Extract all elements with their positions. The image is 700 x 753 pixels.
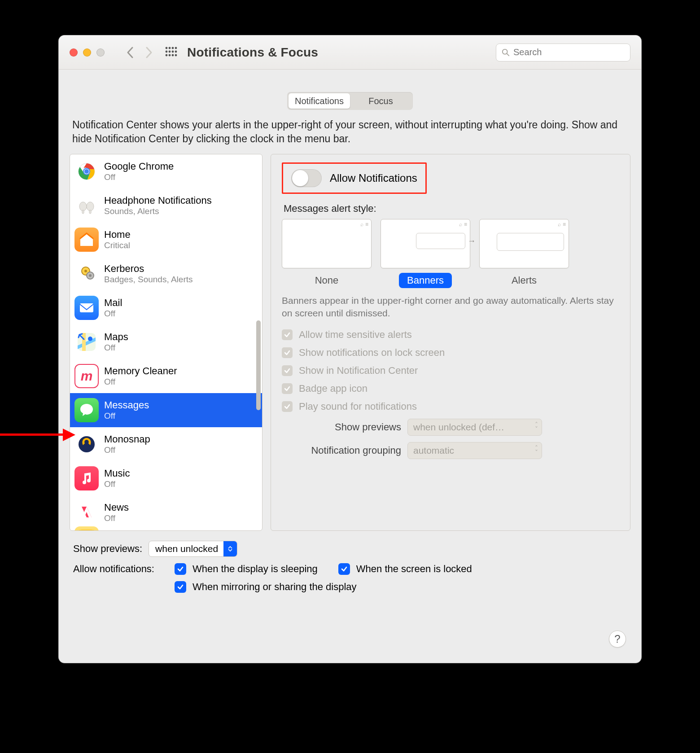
svg-line-13 (507, 53, 509, 56)
show-all-button[interactable] (165, 46, 177, 59)
app-row-mail[interactable]: MailOff (70, 291, 262, 325)
alert-style-none[interactable]: ⌕≡ (282, 219, 372, 268)
app-row-memory[interactable]: mMemory CleanerOff (70, 359, 262, 393)
app-status: Off (104, 514, 129, 523)
global-options: Show previews: when unlocked Allow notif… (70, 531, 630, 593)
menu-icon: ≡ (563, 221, 566, 228)
zoom-window-button[interactable] (96, 48, 105, 57)
app-status: Off (104, 173, 174, 182)
notes-icon (74, 526, 99, 530)
app-status: Off (104, 377, 177, 387)
preferences-window: Notifications & Focus Notifications Focu… (58, 35, 642, 663)
app-name: Monosnap (104, 434, 150, 445)
app-row-headphones[interactable]: Headphone NotificationsSounds, Alerts (70, 188, 262, 223)
tab-notifications[interactable]: Notifications (289, 93, 350, 109)
monosnap-icon (74, 432, 99, 456)
help-button[interactable]: ? (609, 630, 626, 648)
scrollbar-thumb[interactable] (256, 320, 261, 410)
svg-point-3 (175, 47, 177, 49)
forward-button[interactable] (140, 43, 158, 62)
app-row-monosnap[interactable]: MonosnapOff (70, 427, 262, 461)
notification-grouping-value: automatic (413, 445, 454, 456)
search-icon: ⌕ (360, 221, 363, 228)
messages-icon (74, 398, 99, 422)
notification-options: Allow time sensitive alerts Show notific… (282, 329, 619, 412)
alert-style-alerts[interactable]: ⌕≡ (479, 219, 569, 268)
app-row-notes[interactable]: Notes (70, 530, 262, 530)
app-name: Home (104, 229, 131, 240)
svg-point-26 (89, 274, 92, 277)
tab-focus[interactable]: Focus (350, 93, 411, 109)
minimize-window-button[interactable] (83, 48, 91, 57)
checkbox-time-sensitive[interactable] (282, 329, 293, 340)
kerberos-icon (74, 262, 99, 286)
app-row-kerberos[interactable]: KerberosBadges, Sounds, Alerts (70, 257, 262, 291)
global-show-previews-select[interactable]: when unlocked (149, 541, 237, 557)
label-sound: Play sound for notifications (299, 401, 417, 412)
show-previews-select[interactable]: when unlocked (def… ˄˅ (407, 419, 542, 436)
close-window-button[interactable] (70, 48, 78, 57)
search-input[interactable] (513, 47, 625, 57)
search-icon (502, 48, 510, 57)
svg-point-9 (169, 54, 171, 56)
app-name: Music (104, 468, 130, 479)
svg-rect-22 (89, 210, 91, 214)
app-row-maps[interactable]: MapsOff (70, 325, 262, 359)
app-row-messages[interactable]: MessagesOff (70, 393, 262, 427)
label-lock-screen: Show notifications on lock screen (299, 347, 445, 359)
chevron-updown-icon: ˄˅ (535, 446, 538, 455)
checkbox-lock-screen[interactable] (282, 347, 293, 358)
allow-notifications-toggle[interactable] (291, 169, 322, 187)
menu-icon: ≡ (464, 221, 467, 228)
headphones-icon (74, 193, 99, 218)
window-controls (70, 48, 105, 57)
label-badge: Badge app icon (299, 383, 368, 394)
checkbox-notification-center[interactable] (282, 365, 293, 376)
back-button[interactable] (121, 43, 140, 62)
app-row-home[interactable]: HomeCritical (70, 223, 262, 257)
app-row-music[interactable]: MusicOff (70, 461, 262, 495)
app-name: Messages (104, 400, 149, 411)
checkbox-mirroring[interactable] (175, 581, 186, 593)
show-previews-label: Show previews (282, 421, 407, 433)
notification-grouping-select[interactable]: automatic ˄˅ (407, 442, 542, 459)
checkbox-display-sleeping[interactable] (175, 563, 186, 575)
svg-point-20 (87, 202, 94, 211)
tab-bar: Notifications Focus (287, 92, 413, 110)
svg-rect-21 (82, 210, 84, 214)
app-name: Google Chrome (104, 161, 174, 172)
checkbox-sound[interactable] (282, 401, 293, 412)
svg-point-4 (166, 50, 168, 53)
content-area: Notifications Focus Notification Center … (59, 70, 641, 610)
svg-rect-32 (78, 530, 96, 530)
svg-point-24 (84, 270, 87, 272)
svg-point-6 (172, 50, 174, 53)
search-field[interactable] (496, 44, 630, 61)
alert-style-heading: Messages alert style: (284, 203, 619, 215)
svg-point-2 (172, 47, 174, 49)
chevron-updown-icon (223, 541, 237, 556)
svg-point-29 (88, 337, 92, 341)
checkbox-screen-locked[interactable] (338, 563, 350, 575)
menu-icon: ≡ (365, 221, 368, 228)
alert-style-banners[interactable]: ⌕≡ → (381, 219, 470, 268)
svg-point-12 (503, 49, 508, 54)
news-icon (74, 500, 99, 525)
app-row-chrome[interactable]: Google ChromeOff (70, 154, 262, 188)
app-status: Off (104, 343, 128, 353)
app-status: Badges, Sounds, Alerts (104, 275, 193, 285)
app-list[interactable]: Google ChromeOffHeadphone NotificationsS… (70, 154, 262, 531)
app-row-news[interactable]: NewsOff (70, 495, 262, 530)
chevron-updown-icon: ˄˅ (535, 423, 538, 432)
memory-icon: m (74, 364, 99, 388)
alert-style-banners-label: Banners (399, 273, 452, 288)
checkbox-badge[interactable] (282, 383, 293, 394)
svg-point-0 (166, 47, 168, 49)
description-text: Notification Center shows your alerts in… (72, 118, 628, 146)
music-icon (74, 466, 99, 490)
app-name: Maps (104, 332, 128, 342)
svg-point-19 (79, 202, 87, 211)
label-mirroring: When mirroring or sharing the display (192, 581, 357, 593)
app-name: Mail (104, 298, 122, 308)
label-screen-locked: When the screen is locked (356, 563, 472, 575)
